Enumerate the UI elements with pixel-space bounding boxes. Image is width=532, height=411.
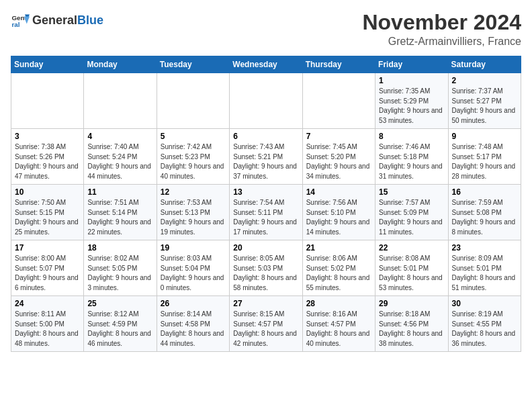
day-cell: 28Sunrise: 8:16 AMSunset: 4:57 PMDayligh… [302, 296, 375, 352]
day-info: Sunrise: 8:09 AMSunset: 5:01 PMDaylight:… [452, 255, 516, 291]
day-cell: 13Sunrise: 7:54 AMSunset: 5:11 PMDayligh… [230, 185, 302, 240]
week-row-1: 1Sunrise: 7:35 AMSunset: 5:29 PMDaylight… [11, 73, 521, 129]
day-info: Sunrise: 7:40 AMSunset: 5:24 PMDaylight:… [87, 143, 151, 180]
day-cell: 16Sunrise: 7:59 AMSunset: 5:08 PMDayligh… [448, 185, 521, 240]
day-cell: 26Sunrise: 8:14 AMSunset: 4:58 PMDayligh… [157, 296, 229, 352]
day-info: Sunrise: 8:05 AMSunset: 5:03 PMDaylight:… [233, 255, 297, 291]
day-number: 23 [452, 243, 517, 253]
calendar-header-row: SundayMondayTuesdayWednesdayThursdayFrid… [11, 56, 521, 73]
header-friday: Friday [375, 56, 448, 73]
day-info: Sunrise: 8:18 AMSunset: 4:56 PMDaylight:… [379, 310, 443, 347]
day-number: 2 [452, 76, 517, 85]
day-info: Sunrise: 8:15 AMSunset: 4:57 PMDaylight:… [233, 310, 297, 347]
day-number: 18 [87, 243, 152, 253]
day-info: Sunrise: 7:53 AMSunset: 5:13 PMDaylight:… [161, 199, 224, 236]
day-info: Sunrise: 8:16 AMSunset: 4:57 PMDaylight:… [306, 310, 370, 347]
header-monday: Monday [84, 56, 157, 73]
month-title: November 2024 [362, 11, 521, 34]
day-info: Sunrise: 7:57 AMSunset: 5:09 PMDaylight:… [379, 199, 443, 236]
calendar-table: SundayMondayTuesdayWednesdayThursdayFrid… [11, 56, 521, 352]
day-number: 16 [452, 187, 517, 197]
day-number: 19 [161, 243, 226, 253]
day-number: 29 [379, 299, 444, 308]
day-number: 3 [15, 132, 80, 141]
day-info: Sunrise: 8:03 AMSunset: 5:04 PMDaylight:… [161, 255, 224, 291]
day-cell: 20Sunrise: 8:05 AMSunset: 5:03 PMDayligh… [230, 240, 302, 296]
day-cell: 30Sunrise: 8:19 AMSunset: 4:55 PMDayligh… [448, 296, 521, 352]
day-cell: 25Sunrise: 8:12 AMSunset: 4:59 PMDayligh… [84, 296, 157, 352]
day-number: 11 [87, 187, 152, 197]
week-row-2: 3Sunrise: 7:38 AMSunset: 5:26 PMDaylight… [11, 129, 521, 185]
header-thursday: Thursday [302, 56, 375, 73]
day-info: Sunrise: 8:11 AMSunset: 5:00 PMDaylight:… [15, 310, 79, 347]
day-number: 28 [306, 299, 371, 308]
day-cell: 17Sunrise: 8:00 AMSunset: 5:07 PMDayligh… [11, 240, 84, 296]
week-row-3: 10Sunrise: 7:50 AMSunset: 5:15 PMDayligh… [11, 185, 521, 240]
day-cell [302, 73, 375, 129]
day-number: 6 [233, 132, 298, 141]
day-number: 22 [379, 243, 444, 253]
day-cell [157, 73, 229, 129]
day-cell: 23Sunrise: 8:09 AMSunset: 5:01 PMDayligh… [448, 240, 521, 296]
day-info: Sunrise: 7:59 AMSunset: 5:08 PMDaylight:… [452, 199, 516, 236]
day-cell: 12Sunrise: 7:53 AMSunset: 5:13 PMDayligh… [157, 185, 229, 240]
day-number: 21 [306, 243, 371, 253]
day-number: 10 [15, 187, 80, 197]
day-info: Sunrise: 7:56 AMSunset: 5:10 PMDaylight:… [306, 199, 370, 236]
day-number: 14 [306, 187, 371, 197]
day-info: Sunrise: 7:50 AMSunset: 5:15 PMDaylight:… [15, 199, 79, 236]
day-cell: 2Sunrise: 7:37 AMSunset: 5:27 PMDaylight… [448, 73, 521, 129]
day-info: Sunrise: 7:37 AMSunset: 5:27 PMDaylight:… [452, 87, 516, 124]
day-number: 7 [306, 132, 371, 141]
day-cell: 21Sunrise: 8:06 AMSunset: 5:02 PMDayligh… [302, 240, 375, 296]
day-number: 25 [87, 299, 152, 308]
day-number: 30 [452, 299, 517, 308]
day-info: Sunrise: 7:35 AMSunset: 5:29 PMDaylight:… [379, 87, 443, 124]
day-cell: 15Sunrise: 7:57 AMSunset: 5:09 PMDayligh… [375, 185, 448, 240]
day-cell: 8Sunrise: 7:46 AMSunset: 5:18 PMDaylight… [375, 129, 448, 185]
header-wednesday: Wednesday [230, 56, 302, 73]
day-info: Sunrise: 8:14 AMSunset: 4:58 PMDaylight:… [161, 310, 224, 347]
logo-icon: Gene ral [11, 11, 30, 30]
day-info: Sunrise: 8:02 AMSunset: 5:05 PMDaylight:… [87, 255, 151, 291]
day-number: 12 [161, 187, 226, 197]
day-cell: 4Sunrise: 7:40 AMSunset: 5:24 PMDaylight… [84, 129, 157, 185]
day-number: 5 [161, 132, 226, 141]
day-cell: 27Sunrise: 8:15 AMSunset: 4:57 PMDayligh… [230, 296, 302, 352]
day-cell: 14Sunrise: 7:56 AMSunset: 5:10 PMDayligh… [302, 185, 375, 240]
day-cell: 24Sunrise: 8:11 AMSunset: 5:00 PMDayligh… [11, 296, 84, 352]
logo-text-general: General [32, 14, 77, 26]
day-cell: 5Sunrise: 7:42 AMSunset: 5:23 PMDaylight… [157, 129, 229, 185]
day-cell: 29Sunrise: 8:18 AMSunset: 4:56 PMDayligh… [375, 296, 448, 352]
logo-text-blue: Blue [77, 14, 103, 26]
logo: Gene ral GeneralBlue [11, 11, 103, 30]
day-info: Sunrise: 7:42 AMSunset: 5:23 PMDaylight:… [161, 143, 224, 180]
day-cell: 11Sunrise: 7:51 AMSunset: 5:14 PMDayligh… [84, 185, 157, 240]
day-number: 17 [15, 243, 80, 253]
day-info: Sunrise: 8:19 AMSunset: 4:55 PMDaylight:… [452, 310, 516, 347]
day-info: Sunrise: 7:51 AMSunset: 5:14 PMDaylight:… [87, 199, 151, 236]
day-cell: 10Sunrise: 7:50 AMSunset: 5:15 PMDayligh… [11, 185, 84, 240]
day-number: 9 [452, 132, 517, 141]
day-cell [11, 73, 84, 129]
day-info: Sunrise: 7:38 AMSunset: 5:26 PMDaylight:… [15, 143, 79, 180]
day-cell: 18Sunrise: 8:02 AMSunset: 5:05 PMDayligh… [84, 240, 157, 296]
day-info: Sunrise: 8:00 AMSunset: 5:07 PMDaylight:… [15, 255, 79, 291]
day-cell [84, 73, 157, 129]
day-number: 8 [379, 132, 444, 141]
day-info: Sunrise: 8:06 AMSunset: 5:02 PMDaylight:… [306, 255, 370, 291]
location-title: Gretz-Armainvilliers, France [362, 36, 521, 48]
day-number: 1 [379, 76, 444, 85]
day-cell [230, 73, 302, 129]
day-info: Sunrise: 7:48 AMSunset: 5:17 PMDaylight:… [452, 143, 516, 180]
day-number: 4 [87, 132, 152, 141]
day-number: 20 [233, 243, 298, 253]
day-number: 13 [233, 187, 298, 197]
day-cell: 9Sunrise: 7:48 AMSunset: 5:17 PMDaylight… [448, 129, 521, 185]
day-number: 15 [379, 187, 444, 197]
header-sunday: Sunday [11, 56, 84, 73]
day-cell: 6Sunrise: 7:43 AMSunset: 5:21 PMDaylight… [230, 129, 302, 185]
svg-text:ral: ral [11, 21, 19, 28]
day-cell: 19Sunrise: 8:03 AMSunset: 5:04 PMDayligh… [157, 240, 229, 296]
day-cell: 1Sunrise: 7:35 AMSunset: 5:29 PMDaylight… [375, 73, 448, 129]
